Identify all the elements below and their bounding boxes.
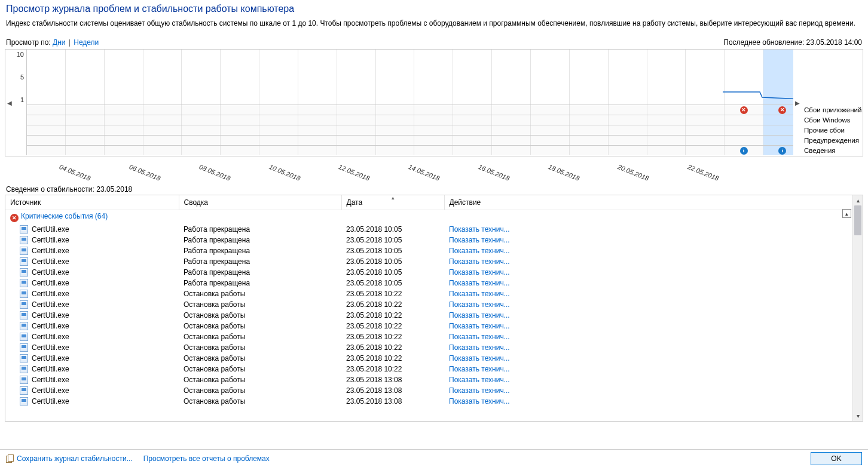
event-cell[interactable] [491,136,530,145]
save-history-link[interactable]: Сохранить журнал стабильности... [6,454,133,463]
chart-day-column[interactable] [220,50,259,105]
event-cell[interactable] [27,136,65,145]
event-cell[interactable] [491,105,530,115]
chart-day-column[interactable] [104,50,143,105]
show-details-link[interactable]: Показать технич... [449,290,510,298]
show-details-link[interactable]: Показать технич... [449,376,510,384]
event-row[interactable]: CertUtil.exeРабота прекращена23.05.2018 … [5,267,852,278]
event-cell[interactable] [685,146,724,155]
show-details-link[interactable]: Показать технич... [449,386,510,395]
event-cell[interactable] [414,146,453,155]
event-cell[interactable] [724,125,763,135]
event-row[interactable]: CertUtil.exeРабота прекращена23.05.2018 … [5,278,852,288]
chart-day-column[interactable] [608,50,647,105]
event-row[interactable]: CertUtil.exeОстановка работы23.05.2018 1… [5,353,852,364]
event-cell[interactable] [453,136,491,145]
event-cell[interactable] [143,115,182,125]
event-cell[interactable] [414,115,453,125]
event-cell[interactable] [181,105,220,115]
show-details-link[interactable]: Показать технич... [449,247,510,255]
show-details-link[interactable]: Показать технич... [449,397,510,405]
event-row[interactable]: CertUtil.exeОстановка работы23.05.2018 1… [5,385,852,396]
event-cell[interactable] [608,115,647,125]
event-cell[interactable] [530,125,569,135]
event-cell[interactable] [530,115,569,125]
event-cell[interactable] [259,125,298,135]
event-cell[interactable] [259,105,298,115]
event-cell[interactable] [65,125,104,135]
view-by-days-link[interactable]: Дни [53,38,65,47]
event-cell[interactable] [104,125,143,135]
event-cell[interactable] [414,105,453,115]
event-cell[interactable] [685,125,724,135]
chart-scroll-left[interactable]: ◀ [5,50,14,156]
event-cell[interactable] [259,136,298,145]
event-cell[interactable] [569,136,608,145]
chart-day-column[interactable] [65,50,104,105]
event-cell[interactable] [685,136,724,145]
event-cell[interactable] [181,125,220,135]
event-cell[interactable] [65,146,104,155]
chart-scroll-right[interactable]: ▶ [793,50,802,156]
event-row[interactable]: CertUtil.exeОстановка работы23.05.2018 1… [5,288,852,299]
event-cell[interactable] [530,105,569,115]
event-cell[interactable] [220,105,259,115]
event-cell[interactable] [608,105,647,115]
event-cell[interactable] [65,115,104,125]
chart-day-column[interactable] [414,50,453,105]
event-cell[interactable] [298,136,337,145]
event-cell[interactable] [569,105,608,115]
event-cell[interactable] [27,146,65,155]
event-row[interactable]: CertUtil.exeОстановка работы23.05.2018 1… [5,364,852,374]
chart-day-column[interactable] [375,50,414,105]
event-cell[interactable] [104,105,143,115]
event-cell[interactable] [647,136,686,145]
event-cell[interactable] [104,146,143,155]
chart-day-column[interactable] [259,50,298,105]
show-details-link[interactable]: Показать технич... [449,279,510,287]
chart-day-column[interactable] [685,50,724,105]
event-cell[interactable] [337,146,375,155]
event-cell[interactable] [337,105,375,115]
event-cell[interactable] [143,146,182,155]
event-cell[interactable] [181,136,220,145]
chart-day-column[interactable] [143,50,182,105]
show-details-link[interactable]: Показать технич... [449,225,510,234]
event-cell[interactable] [647,105,686,115]
event-cell[interactable] [647,146,686,155]
event-cell[interactable] [143,105,182,115]
chart-day-column[interactable] [27,50,65,105]
event-row[interactable]: CertUtil.exeОстановка работы23.05.2018 1… [5,310,852,321]
scroll-down-button[interactable]: ▾ [853,411,863,421]
event-row[interactable]: CertUtil.exeРабота прекращена23.05.2018 … [5,245,852,256]
chart-day-column[interactable] [569,50,608,105]
show-details-link[interactable]: Показать технич... [449,236,510,244]
event-cell[interactable] [220,136,259,145]
event-cell[interactable] [181,115,220,125]
show-details-link[interactable]: Показать технич... [449,311,510,319]
event-cell[interactable] [414,125,453,135]
show-details-link[interactable]: Показать технич... [449,343,510,352]
event-row[interactable]: CertUtil.exeРабота прекращена23.05.2018 … [5,256,852,267]
col-summary[interactable]: Сводка [179,195,341,210]
event-row[interactable]: CertUtil.exeОстановка работы23.05.2018 1… [5,299,852,310]
event-cell[interactable] [685,115,724,125]
show-details-link[interactable]: Показать технич... [449,268,510,276]
chart-day-column[interactable] [491,50,530,105]
event-cell[interactable] [181,146,220,155]
event-cell[interactable] [491,146,530,155]
scroll-up-button[interactable]: ▴ [853,195,863,205]
event-cell[interactable] [530,136,569,145]
event-cell[interactable] [375,105,414,115]
event-cell[interactable] [220,125,259,135]
event-row[interactable]: CertUtil.exeОстановка работы23.05.2018 1… [5,374,852,385]
event-cell[interactable] [491,115,530,125]
event-cell[interactable] [608,136,647,145]
event-cell[interactable] [259,115,298,125]
event-cell[interactable] [569,146,608,155]
show-details-link[interactable]: Показать технич... [449,322,510,330]
event-cell[interactable] [569,125,608,135]
event-cell[interactable]: ✕ [724,105,763,115]
event-cell[interactable] [453,105,491,115]
event-cell[interactable] [27,125,65,135]
